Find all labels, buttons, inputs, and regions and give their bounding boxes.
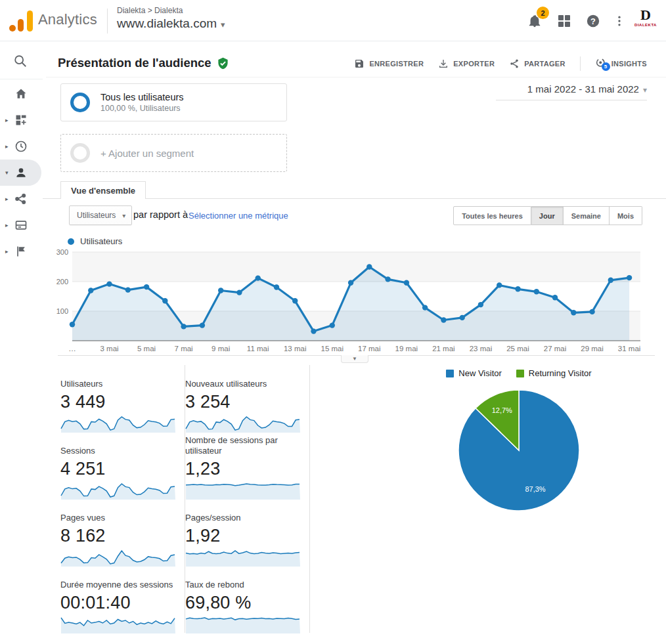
share-icon [509, 58, 520, 69]
annotations-expander[interactable]: ▼ [341, 355, 368, 363]
metric-card-sessions-per-user[interactable]: Nombre de sessions par utilisateur 1,23 [185, 432, 310, 499]
svg-text:100: 100 [56, 307, 68, 315]
svg-text:9 mai: 9 mai [211, 345, 230, 353]
property-selector[interactable]: www.dialekta.com▾ [117, 16, 225, 31]
svg-text:13 mai: 13 mai [284, 345, 307, 353]
insights-button[interactable]: 5 INSIGHTS [595, 57, 647, 70]
svg-text:300: 300 [56, 248, 68, 256]
segment-all-users[interactable]: Tous les utilisateurs 100,00 %, Utilisat… [60, 83, 287, 121]
metric-card-users[interactable]: Utilisateurs 3 449 [60, 365, 185, 432]
legend-label: Utilisateurs [80, 236, 122, 246]
top-header: Analytics Dialekta > Dialekta www.dialek… [0, 0, 666, 41]
analytics-app: Analytics Dialekta > Dialekta www.dialek… [0, 0, 666, 644]
more-options-button[interactable] [611, 12, 628, 30]
sparkline-bounce-rate [185, 616, 301, 633]
sidebar-item-customization[interactable]: ▸ [0, 107, 43, 133]
svg-text:12,7%: 12,7% [492, 406, 512, 414]
account-avatar[interactable]: D DIALEKTA [631, 7, 660, 33]
svg-text:…: … [68, 345, 76, 353]
visitor-type-pie-chart[interactable]: 87,3%12,7% [455, 386, 583, 515]
svg-text:25 mai: 25 mai [506, 345, 529, 353]
metric-dropdown[interactable]: Utilisateurs▾ [69, 205, 132, 225]
segment-title: Tous les utilisateurs [100, 92, 184, 102]
svg-text:200: 200 [56, 278, 68, 286]
segment-ring-icon [70, 143, 90, 163]
metric-card-pageviews[interactable]: Pages vues 8 162 [60, 499, 185, 566]
behavior-icon [14, 219, 28, 232]
customization-icon [14, 114, 28, 127]
metric-card-pages-per-session[interactable]: Pages/session 1,92 [185, 499, 310, 566]
chevron-right-icon: ▸ [5, 196, 9, 202]
sparkline-pageviews [60, 549, 176, 567]
chevron-right-icon: ▸ [5, 143, 9, 150]
select-metric-link[interactable]: Sélectionner une métrique [189, 211, 288, 221]
pie-legend: New Visitor Returning Visitor [420, 368, 617, 378]
report-actions: ENREGISTRER EXPORTER PARTAGER 5 INSIGHTS [354, 56, 647, 71]
header-divider [107, 9, 108, 33]
sidebar-item-acquisition[interactable]: ▸ [0, 186, 43, 212]
chevron-down-icon: ▾ [643, 85, 647, 95]
date-range-picker[interactable]: 1 mai 2022 - 31 mai 2022▾ [496, 83, 647, 100]
sparkline-avg-duration [60, 616, 176, 633]
sidebar-item-behavior[interactable]: ▸ [0, 212, 43, 238]
legend-square-blue-icon [446, 370, 454, 377]
search-icon [13, 54, 28, 68]
notifications-badge: 2 [537, 7, 549, 19]
chevron-down-icon: ▾ [5, 169, 9, 176]
svg-text:19 mai: 19 mai [395, 345, 418, 353]
help-button[interactable]: ? [585, 12, 602, 30]
svg-text:31 mai: 31 mai [618, 345, 641, 353]
sidebar-item-home[interactable] [0, 81, 43, 107]
svg-text:5 mai: 5 mai [137, 345, 156, 353]
svg-text:23 mai: 23 mai [470, 345, 493, 353]
granularity-week-button[interactable]: Semaine [564, 206, 610, 225]
granularity-hourly-button[interactable]: Toutes les heures [453, 206, 531, 225]
metric-card-bounce-rate[interactable]: Taux de rebond 69,80 % [185, 566, 310, 633]
chevron-down-icon: ▾ [122, 212, 125, 219]
save-button[interactable]: ENREGISTRER [354, 58, 424, 69]
metric-card-new-users[interactable]: Nouveaux utilisateurs 3 254 [185, 365, 310, 432]
verified-shield-icon [217, 57, 229, 70]
granularity-month-button[interactable]: Mois [610, 206, 642, 225]
segment-ring-icon [70, 93, 90, 112]
granularity-day-button[interactable]: Jour [531, 206, 564, 225]
metric-cards: Utilisateurs 3 449 Nouveaux utilisateurs… [60, 365, 310, 633]
legend-new-visitor: New Visitor [446, 368, 502, 378]
export-button[interactable]: EXPORTER [438, 58, 495, 69]
tab-overview[interactable]: Vue d'ensemble [60, 181, 146, 199]
metric-card-avg-duration[interactable]: Durée moyenne des sessions 00:01:40 [60, 566, 185, 633]
svg-text:11 mai: 11 mai [247, 345, 269, 353]
share-button[interactable]: PARTAGER [509, 58, 566, 69]
insights-badge: 5 [602, 62, 610, 71]
chevron-right-icon: ▸ [5, 222, 9, 228]
apps-button[interactable] [556, 12, 573, 30]
svg-text:17 mai: 17 mai [358, 345, 381, 353]
chevron-down-icon: ▾ [221, 20, 225, 30]
sparkline-pages-per-session [185, 549, 301, 567]
breadcrumb[interactable]: Dialekta > Dialekta [117, 6, 183, 15]
chart-legend: Utilisateurs [68, 236, 122, 246]
save-icon [354, 58, 365, 69]
kebab-menu-icon [613, 14, 626, 28]
metric-card-sessions[interactable]: Sessions 4 251 [60, 432, 185, 499]
sparkline-users [60, 416, 176, 433]
svg-text:27 mai: 27 mai [544, 345, 567, 353]
add-segment-button[interactable]: + Ajouter un segment [60, 134, 287, 172]
sidebar-item-realtime[interactable]: ▸ [0, 133, 43, 160]
segment-subtitle: 100,00 %, Utilisateurs [100, 104, 184, 113]
chevron-right-icon: ▸ [5, 117, 9, 123]
svg-text:15 mai: 15 mai [321, 345, 344, 353]
svg-text:21 mai: 21 mai [432, 345, 455, 353]
sidebar-item-audience[interactable]: ▾ [0, 160, 41, 186]
page-title: Présentation de l'audience [58, 56, 229, 70]
users-line-chart[interactable]: 100200300…3 mai5 mai7 mai9 mai11 mai13 m… [46, 248, 666, 356]
svg-text:3 mai: 3 mai [100, 345, 118, 353]
actions-divider [580, 56, 581, 71]
nav-search-button[interactable] [13, 54, 28, 71]
product-name: Analytics [38, 11, 97, 28]
legend-returning-visitor: Returning Visitor [516, 368, 592, 378]
legend-square-green-icon [516, 370, 524, 377]
analytics-logo-icon[interactable] [9, 11, 34, 32]
sidebar-item-conversions[interactable]: ▸ [0, 238, 43, 265]
apps-grid-icon [558, 14, 571, 28]
